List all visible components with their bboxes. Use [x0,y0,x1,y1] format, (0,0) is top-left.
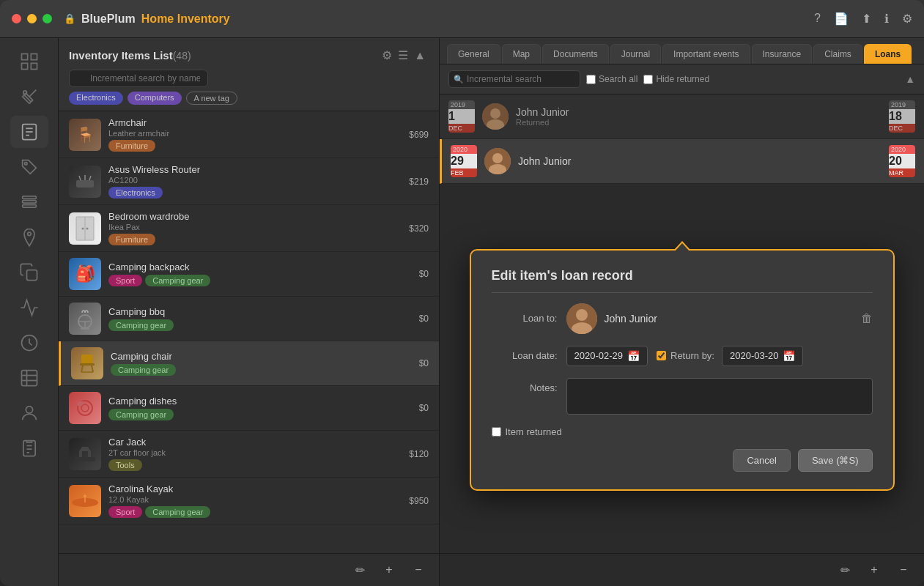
tag-computers[interactable]: Computers [127,92,182,105]
svg-rect-45 [75,457,95,461]
item-name: Camping backpack [108,262,412,272]
tag-electronics[interactable]: Electronics [108,187,163,199]
list-item[interactable]: 🪑 Armchair Leather armchair Furniture $6… [59,111,439,158]
tag-new[interactable]: A new tag [186,92,237,105]
svg-point-57 [576,309,588,321]
close-button[interactable] [12,14,21,23]
item-name: Camping bbq [108,306,412,317]
tag-furniture[interactable]: Furniture [108,140,155,152]
loans-search-wrapper: 🔍 [448,70,580,88]
sidebar-item-stack[interactable] [10,186,48,218]
delete-loan-button[interactable]: 🗑 [861,312,873,325]
svg-rect-3 [31,63,37,69]
collapse-icon[interactable]: ▲ [411,48,429,64]
edit-item-button[interactable]: ✏ [350,560,370,580]
item-tags: Electronics [108,187,402,199]
help-icon[interactable]: ? [814,12,821,26]
tab-important-events[interactable]: Important events [662,44,750,64]
tag-camping[interactable]: Camping gear [111,364,176,376]
tag-tools[interactable]: Tools [108,459,142,471]
search-input[interactable] [69,70,208,87]
list-item[interactable]: Carolina Kayak 12.0 Kayak Sport Camping … [59,478,439,524]
sidebar-item-clipboard[interactable] [10,432,48,464]
search-all-option[interactable]: Search all [586,74,637,84]
list-item[interactable]: 🎒 Camping backpack Sport Camping gear $0 [59,252,439,297]
share-icon[interactable]: ⬆ [862,12,871,26]
list-item[interactable]: Asus Wireless Router AC1200 Electronics … [59,158,439,205]
return-by-checkbox[interactable] [657,351,666,360]
minimize-button[interactable] [27,14,37,23]
svg-rect-46 [79,451,82,457]
sidebar-item-location[interactable] [10,221,48,253]
notes-label: Notes: [492,378,558,393]
tag-electronics[interactable]: Electronics [69,92,123,105]
tag-camping[interactable]: Camping gear [108,319,174,331]
add-item-button[interactable]: + [379,560,399,580]
item-price: $0 [419,358,429,368]
app-name-bluepum: BluePlum [81,12,136,26]
tab-documents[interactable]: Documents [542,44,609,64]
filter-icon[interactable]: ⚙ [379,47,395,64]
loan-date-calendar-icon[interactable]: 📅 [627,350,640,362]
item-thumbnail: 🪑 [69,119,101,151]
remove-item-button[interactable]: − [408,560,429,580]
sidebar-item-person[interactable] [10,397,48,429]
hide-returned-label: Hide returned [656,74,709,84]
sidebar-item-chart[interactable] [10,292,48,324]
sidebar-item-table[interactable] [10,362,48,394]
info-icon[interactable]: ℹ [884,12,889,26]
list-item[interactable]: Bedroom wardrobe Ikea Pax Furniture $320 [59,205,439,252]
tab-map[interactable]: Map [502,44,541,64]
detail-content: 2019 1 DEC John Junior [440,94,924,586]
maximize-button[interactable] [42,14,52,23]
cancel-button[interactable]: Cancel [733,449,790,472]
tag-sport[interactable]: Sport [108,506,142,518]
edit-loan-button[interactable]: ✏ [835,560,855,580]
list-item[interactable]: Camping dishes Camping gear $0 [59,386,439,431]
tag-sport[interactable]: Sport [108,275,142,286]
svg-rect-10 [22,196,36,199]
item-subtitle: Leather armchair [108,129,402,138]
loans-search-icon: 🔍 [454,75,464,84]
save-button[interactable]: Save (⌘S) [798,449,873,472]
tab-loans[interactable]: Loans [864,44,912,64]
document-icon[interactable]: 📄 [834,12,849,26]
loans-scroll-up-icon[interactable]: ▲ [905,73,915,85]
list-count: (48) [173,50,191,62]
return-by-calendar-icon[interactable]: 📅 [783,350,795,362]
return-by-value: 2020-03-20 [730,350,779,361]
add-loan-button[interactable]: + [864,560,884,580]
tab-journal[interactable]: Journal [610,44,661,64]
list-item[interactable]: Camping chair Camping gear $0 [59,341,439,386]
return-by-field[interactable]: 2020-03-20 📅 [722,346,804,366]
remove-loan-button[interactable]: − [893,560,914,580]
hide-returned-checkbox[interactable] [643,75,653,84]
tab-general[interactable]: General [447,44,500,64]
list-item[interactable]: Car Jack 2T car floor jack Tools $120 [59,431,439,478]
sidebar-item-label[interactable] [10,151,48,183]
sidebar-item-tags[interactable] [10,81,48,113]
sidebar-item-grid[interactable] [10,45,48,78]
return-by-checkbox-label[interactable]: Return by: [657,350,714,361]
settings-icon[interactable]: ⚙ [902,12,912,26]
dialog-title: Edit item's loan record [492,268,873,293]
tag-camping[interactable]: Camping gear [145,275,210,286]
list-item[interactable]: Camping bbq Camping gear $0 [59,297,439,341]
search-all-checkbox[interactable] [586,75,596,84]
loan-date-field[interactable]: 2020-02-29 📅 [566,346,648,366]
tab-claims[interactable]: Claims [813,44,862,64]
sidebar-item-book[interactable] [10,116,48,148]
tag-furniture[interactable]: Furniture [108,234,155,245]
hide-returned-option[interactable]: Hide returned [643,74,709,84]
tab-insurance[interactable]: Insurance [752,44,813,64]
tag-camping[interactable]: Camping gear [108,409,174,420]
sidebar-item-clock[interactable] [10,327,48,359]
item-returned-checkbox[interactable] [492,427,501,437]
view-toggle-icon[interactable]: ☰ [395,47,411,64]
loans-search-input[interactable] [448,70,580,88]
sidebar-item-copy[interactable] [10,256,48,289]
dialog-notch [673,241,691,251]
tag-camping[interactable]: Camping gear [145,506,210,518]
notes-textarea[interactable] [566,378,873,415]
list-header: Inventory Items List (48) ⚙ ☰ ▲ 🔍 Electr… [59,38,439,111]
